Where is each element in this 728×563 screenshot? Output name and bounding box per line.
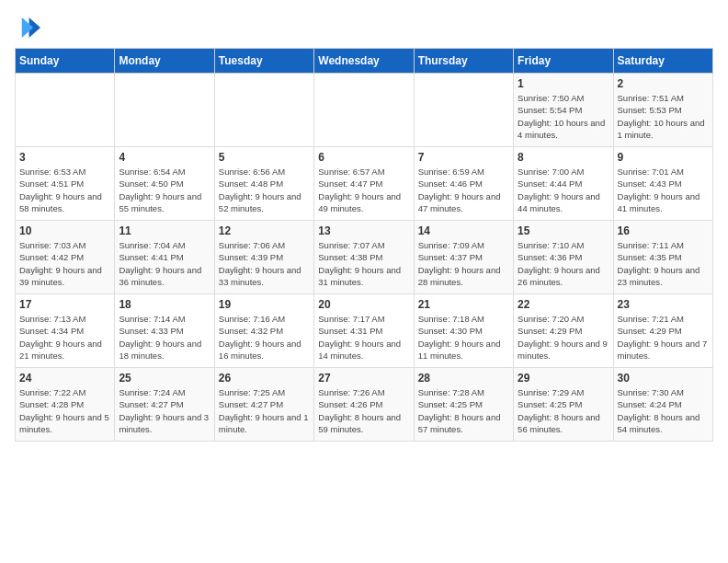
day-number: 4 bbox=[119, 151, 210, 164]
calendar-cell: 4Sunrise: 6:54 AM Sunset: 4:50 PM Daylig… bbox=[115, 147, 214, 221]
day-info: Sunrise: 6:57 AM Sunset: 4:47 PM Dayligh… bbox=[318, 166, 409, 214]
calendar-cell: 30Sunrise: 7:30 AM Sunset: 4:24 PM Dayli… bbox=[613, 368, 712, 442]
calendar-cell bbox=[314, 74, 414, 147]
day-number: 14 bbox=[418, 224, 509, 237]
calendar-cell: 6Sunrise: 6:57 AM Sunset: 4:47 PM Daylig… bbox=[314, 147, 414, 221]
day-info: Sunrise: 7:14 AM Sunset: 4:33 PM Dayligh… bbox=[119, 313, 210, 362]
day-number: 5 bbox=[219, 151, 310, 164]
day-number: 28 bbox=[418, 372, 509, 385]
day-number: 19 bbox=[219, 298, 310, 311]
day-info: Sunrise: 7:29 AM Sunset: 4:25 PM Dayligh… bbox=[518, 386, 609, 435]
day-info: Sunrise: 6:56 AM Sunset: 4:48 PM Dayligh… bbox=[219, 166, 310, 214]
calendar-cell bbox=[214, 74, 313, 147]
calendar-cell bbox=[115, 74, 214, 147]
day-number: 16 bbox=[618, 224, 709, 237]
calendar-cell bbox=[16, 74, 115, 147]
calendar-cell: 1Sunrise: 7:50 AM Sunset: 5:54 PM Daylig… bbox=[514, 74, 613, 147]
day-number: 27 bbox=[318, 372, 409, 385]
day-info: Sunrise: 7:28 AM Sunset: 4:25 PM Dayligh… bbox=[418, 386, 509, 435]
day-info: Sunrise: 7:01 AM Sunset: 4:43 PM Dayligh… bbox=[618, 166, 709, 214]
day-number: 9 bbox=[618, 151, 709, 164]
day-info: Sunrise: 7:10 AM Sunset: 4:36 PM Dayligh… bbox=[518, 239, 609, 288]
day-info: Sunrise: 7:24 AM Sunset: 4:27 PM Dayligh… bbox=[119, 386, 210, 435]
calendar-cell: 14Sunrise: 7:09 AM Sunset: 4:37 PM Dayli… bbox=[414, 221, 513, 294]
calendar-week-2: 3Sunrise: 6:53 AM Sunset: 4:51 PM Daylig… bbox=[16, 147, 713, 221]
day-number: 23 bbox=[618, 298, 709, 311]
calendar-cell: 22Sunrise: 7:20 AM Sunset: 4:29 PM Dayli… bbox=[514, 294, 613, 368]
calendar-week-4: 17Sunrise: 7:13 AM Sunset: 4:34 PM Dayli… bbox=[16, 294, 713, 368]
calendar-cell: 3Sunrise: 6:53 AM Sunset: 4:51 PM Daylig… bbox=[16, 147, 115, 221]
calendar-cell: 28Sunrise: 7:28 AM Sunset: 4:25 PM Dayli… bbox=[414, 368, 513, 442]
calendar-cell: 23Sunrise: 7:21 AM Sunset: 4:29 PM Dayli… bbox=[613, 294, 712, 368]
day-number: 13 bbox=[318, 224, 409, 237]
day-info: Sunrise: 7:09 AM Sunset: 4:37 PM Dayligh… bbox=[418, 239, 509, 288]
day-number: 12 bbox=[219, 224, 310, 237]
day-number: 11 bbox=[119, 224, 210, 237]
day-number: 18 bbox=[119, 298, 210, 311]
day-number: 3 bbox=[19, 151, 110, 164]
calendar-week-5: 24Sunrise: 7:22 AM Sunset: 4:28 PM Dayli… bbox=[16, 368, 713, 442]
day-info: Sunrise: 7:13 AM Sunset: 4:34 PM Dayligh… bbox=[19, 313, 110, 362]
day-info: Sunrise: 7:50 AM Sunset: 5:54 PM Dayligh… bbox=[518, 92, 609, 141]
day-header-saturday: Saturday bbox=[613, 49, 712, 74]
day-info: Sunrise: 6:53 AM Sunset: 4:51 PM Dayligh… bbox=[19, 166, 110, 214]
day-info: Sunrise: 7:16 AM Sunset: 4:32 PM Dayligh… bbox=[219, 313, 310, 362]
day-number: 15 bbox=[518, 224, 609, 237]
calendar-cell: 8Sunrise: 7:00 AM Sunset: 4:44 PM Daylig… bbox=[514, 147, 613, 221]
calendar-cell: 21Sunrise: 7:18 AM Sunset: 4:30 PM Dayli… bbox=[414, 294, 513, 368]
day-number: 25 bbox=[119, 372, 210, 385]
day-info: Sunrise: 6:59 AM Sunset: 4:46 PM Dayligh… bbox=[418, 166, 509, 214]
calendar-cell: 26Sunrise: 7:25 AM Sunset: 4:27 PM Dayli… bbox=[214, 368, 313, 442]
day-info: Sunrise: 7:20 AM Sunset: 4:29 PM Dayligh… bbox=[518, 313, 609, 362]
day-info: Sunrise: 7:25 AM Sunset: 4:27 PM Dayligh… bbox=[219, 386, 310, 435]
day-info: Sunrise: 7:03 AM Sunset: 4:42 PM Dayligh… bbox=[19, 239, 110, 288]
calendar-cell: 19Sunrise: 7:16 AM Sunset: 4:32 PM Dayli… bbox=[214, 294, 313, 368]
calendar-cell: 11Sunrise: 7:04 AM Sunset: 4:41 PM Dayli… bbox=[115, 221, 214, 294]
day-info: Sunrise: 7:00 AM Sunset: 4:44 PM Dayligh… bbox=[518, 166, 609, 214]
day-info: Sunrise: 7:26 AM Sunset: 4:26 PM Dayligh… bbox=[318, 386, 409, 435]
day-number: 6 bbox=[318, 151, 409, 164]
calendar-week-1: 1Sunrise: 7:50 AM Sunset: 5:54 PM Daylig… bbox=[16, 74, 713, 147]
calendar-cell: 10Sunrise: 7:03 AM Sunset: 4:42 PM Dayli… bbox=[16, 221, 115, 294]
calendar-cell: 17Sunrise: 7:13 AM Sunset: 4:34 PM Dayli… bbox=[16, 294, 115, 368]
day-info: Sunrise: 7:18 AM Sunset: 4:30 PM Dayligh… bbox=[418, 313, 509, 362]
day-header-sunday: Sunday bbox=[16, 49, 115, 74]
day-number: 2 bbox=[618, 77, 709, 90]
calendar-cell: 2Sunrise: 7:51 AM Sunset: 5:53 PM Daylig… bbox=[613, 74, 712, 147]
calendar-cell: 15Sunrise: 7:10 AM Sunset: 4:36 PM Dayli… bbox=[514, 221, 613, 294]
day-number: 20 bbox=[318, 298, 409, 311]
calendar-week-3: 10Sunrise: 7:03 AM Sunset: 4:42 PM Dayli… bbox=[16, 221, 713, 294]
calendar-cell: 20Sunrise: 7:17 AM Sunset: 4:31 PM Dayli… bbox=[314, 294, 414, 368]
day-info: Sunrise: 7:17 AM Sunset: 4:31 PM Dayligh… bbox=[318, 313, 409, 362]
logo-icon bbox=[15, 15, 40, 40]
day-info: Sunrise: 7:30 AM Sunset: 4:24 PM Dayligh… bbox=[618, 386, 709, 435]
day-number: 7 bbox=[418, 151, 509, 164]
day-number: 24 bbox=[19, 372, 110, 385]
day-number: 8 bbox=[518, 151, 609, 164]
calendar-cell: 16Sunrise: 7:11 AM Sunset: 4:35 PM Dayli… bbox=[613, 221, 712, 294]
day-info: Sunrise: 6:54 AM Sunset: 4:50 PM Dayligh… bbox=[119, 166, 210, 214]
calendar-cell: 25Sunrise: 7:24 AM Sunset: 4:27 PM Dayli… bbox=[115, 368, 214, 442]
day-info: Sunrise: 7:04 AM Sunset: 4:41 PM Dayligh… bbox=[119, 239, 210, 288]
day-info: Sunrise: 7:22 AM Sunset: 4:28 PM Dayligh… bbox=[19, 386, 110, 435]
day-number: 30 bbox=[618, 372, 709, 385]
calendar-cell: 5Sunrise: 6:56 AM Sunset: 4:48 PM Daylig… bbox=[214, 147, 313, 221]
day-number: 1 bbox=[518, 77, 609, 90]
day-header-thursday: Thursday bbox=[414, 49, 513, 74]
page-header bbox=[15, 15, 713, 40]
day-header-friday: Friday bbox=[514, 49, 613, 74]
day-number: 29 bbox=[518, 372, 609, 385]
calendar-cell bbox=[414, 74, 513, 147]
day-number: 22 bbox=[518, 298, 609, 311]
calendar-cell: 29Sunrise: 7:29 AM Sunset: 4:25 PM Dayli… bbox=[514, 368, 613, 442]
day-info: Sunrise: 7:06 AM Sunset: 4:39 PM Dayligh… bbox=[219, 239, 310, 288]
day-number: 17 bbox=[19, 298, 110, 311]
calendar-cell: 9Sunrise: 7:01 AM Sunset: 4:43 PM Daylig… bbox=[613, 147, 712, 221]
day-header-monday: Monday bbox=[115, 49, 214, 74]
day-number: 10 bbox=[19, 224, 110, 237]
calendar-cell: 18Sunrise: 7:14 AM Sunset: 4:33 PM Dayli… bbox=[115, 294, 214, 368]
calendar-cell: 12Sunrise: 7:06 AM Sunset: 4:39 PM Dayli… bbox=[214, 221, 313, 294]
calendar-cell: 27Sunrise: 7:26 AM Sunset: 4:26 PM Dayli… bbox=[314, 368, 414, 442]
day-info: Sunrise: 7:21 AM Sunset: 4:29 PM Dayligh… bbox=[618, 313, 709, 362]
day-header-tuesday: Tuesday bbox=[214, 49, 313, 74]
